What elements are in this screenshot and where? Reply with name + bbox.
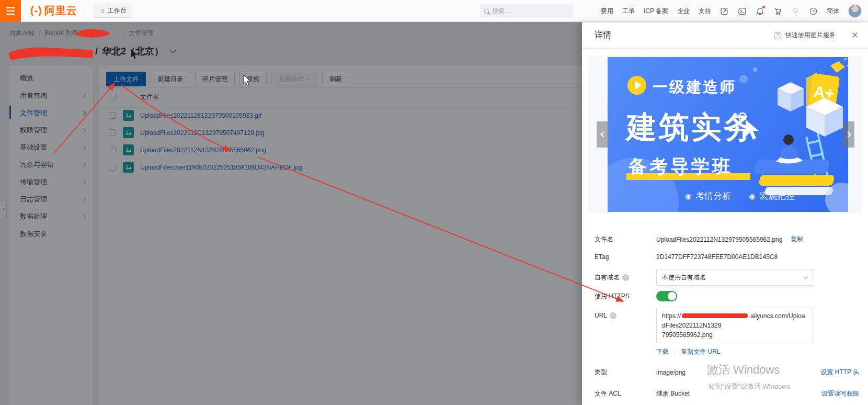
preview-image-banner: 一级建造师 建筑实务 备考导学班 ◉考情分析 ◉宏观把控 A+	[608, 57, 848, 212]
banner-line1: 一级建造师	[653, 77, 736, 98]
hamburger-menu-button[interactable]	[0, 0, 21, 22]
quick-image-service-link[interactable]: 快速使用图片服务	[785, 31, 836, 40]
banner-line3: 备考导学班	[629, 154, 733, 179]
carousel-next-button[interactable]	[843, 121, 854, 148]
field-acl: 文件 ACL 继承 Bucket 设置读写权限	[595, 389, 859, 398]
topbar-right-menu: 费用 工单 ICP 备案 企业 支持 ? 简体	[601, 0, 862, 22]
topbar-menu-tickets[interactable]: 工单	[622, 7, 635, 16]
copy-filename-link[interactable]: 复制	[791, 235, 803, 244]
help-question-icon: ?	[622, 274, 629, 281]
chevron-left-icon	[600, 131, 606, 137]
topbar-search	[480, 4, 573, 18]
type-value: image/png	[656, 369, 686, 376]
help-icon[interactable]: ?	[809, 7, 818, 16]
svg-text:?: ?	[812, 8, 815, 14]
etag-value: 2D1477DFF723748FEE7D00AE1DB145C8	[656, 253, 778, 261]
set-http-headers-link[interactable]: 设置 HTTP 头	[820, 368, 859, 377]
logo-text: 阿里云	[44, 4, 77, 18]
field-filename: 文件名 UploadFiles2022112N132979505565962.p…	[595, 235, 859, 244]
detail-fields: 文件名 UploadFiles2022112N132979505565962.p…	[595, 235, 859, 405]
https-toggle[interactable]	[656, 291, 677, 301]
avatar[interactable]	[848, 4, 862, 18]
question-circle-icon: ?	[774, 32, 781, 39]
url-textbox[interactable]: https://.aliyuncs.com/UploadFiles2022112…	[656, 308, 813, 343]
divider	[86, 6, 86, 16]
aliyun-logo[interactable]: (-) 阿里云	[30, 4, 77, 18]
search-input[interactable]	[492, 7, 560, 15]
panel-header: 详情 ? 快速使用图片服务 ✕	[582, 22, 868, 49]
workbench-button[interactable]: ⌂ 工作台	[94, 4, 133, 18]
topbar-menu-support[interactable]: 支持	[699, 7, 711, 16]
set-acl-link[interactable]: 设置读写权限	[821, 389, 859, 398]
own-domain-select[interactable]: 不使用自有域名	[656, 269, 813, 286]
notifications-bell-icon[interactable]	[756, 7, 764, 16]
modal-dim-overlay	[0, 22, 582, 405]
download-link[interactable]: 下载	[656, 347, 669, 356]
radio-dot-icon: ◉	[685, 192, 691, 200]
panel-title: 详情	[595, 30, 611, 41]
app-switcher-icon[interactable]	[720, 7, 729, 16]
image-preview-area: 一级建造师 建筑实务 备考导学班 ◉考情分析 ◉宏观把控 A+	[588, 56, 862, 213]
carousel-prev-button[interactable]	[597, 121, 608, 148]
close-icon[interactable]: ✕	[851, 31, 859, 40]
lightbulb-icon[interactable]	[791, 7, 800, 16]
detail-panel: 详情 ? 快速使用图片服务 ✕ 一级建造师 建筑实务 备考导学班 ◉考情分析 ◉…	[582, 22, 868, 405]
field-url: URL? https://.aliyuncs.com/UploadFiles20…	[595, 308, 859, 343]
field-etag: ETag 2D1477DFF723748FEE7D00AE1DB145C8	[595, 253, 859, 261]
chevron-down-icon	[804, 274, 808, 278]
field-own-domain: 自有域名? 不使用自有域名	[595, 269, 859, 286]
cart-icon[interactable]	[773, 7, 782, 16]
topbar-menu-icp[interactable]: ICP 备案	[644, 7, 668, 16]
topbar: (-) 阿里云 ⌂ 工作台 费用 工单 ICP 备案 企业 支持 ?	[0, 0, 868, 22]
notification-dot	[762, 6, 765, 8]
topbar-menu-billing[interactable]: 费用	[601, 7, 613, 16]
search-icon	[484, 9, 489, 14]
home-icon: ⌂	[100, 7, 105, 15]
filename-value: UploadFiles2022112N132979505565962.png	[656, 236, 782, 243]
help-question-icon: ?	[610, 312, 616, 319]
acl-value: 继承 Bucket	[656, 389, 690, 398]
topbar-menu-enterprise[interactable]: 企业	[677, 7, 690, 16]
banner-illustration: A+	[728, 57, 848, 212]
field-use-https: 使用 HTTPS	[595, 291, 859, 301]
url-actions: 下载 | 复制文件 URL	[656, 347, 859, 356]
banner-features: ◉考情分析 ◉宏观把控	[685, 190, 795, 202]
logo-bracket-icon: (-)	[30, 5, 42, 17]
locale-switcher[interactable]: 简体	[827, 7, 839, 16]
chevron-right-icon	[845, 131, 851, 137]
url-redaction-bar	[682, 313, 748, 318]
play-icon	[627, 76, 646, 95]
copy-file-url-link[interactable]: 复制文件 URL	[681, 347, 720, 356]
radio-dot-icon: ◉	[749, 192, 755, 200]
cloudshell-terminal-icon[interactable]	[738, 7, 747, 16]
field-type: 类型 image/png 设置 HTTP 头	[595, 368, 859, 377]
